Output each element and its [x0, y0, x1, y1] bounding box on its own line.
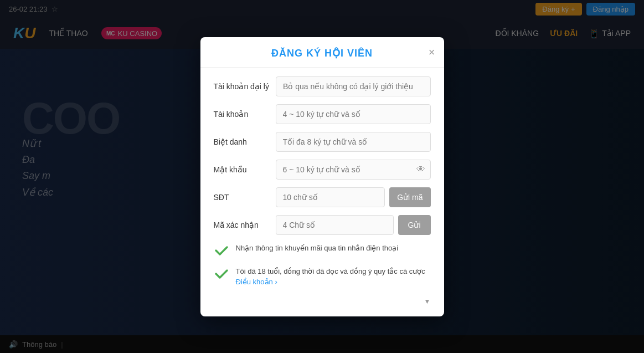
input-ma-xac-nhan[interactable] [276, 215, 394, 235]
checkbox-khuyen-mai-text: Nhận thông tin khuyến mãi qua tin nhắn đ… [236, 243, 399, 254]
send-code-button[interactable]: Gửi mã [389, 187, 430, 207]
input-tai-khoan[interactable] [276, 104, 431, 124]
field-tai-khoan: Tài khoản [214, 104, 431, 124]
check-icon-2 [214, 266, 229, 282]
scroll-down-icon: ▼ [424, 298, 431, 305]
label-sdt: SĐT [214, 187, 269, 202]
modal-header: ĐĂNG KÝ HỘI VIÊN × [200, 37, 444, 68]
checkbox-dieu-khoan-text: Tôi đã 18 tuổi, đồng thời đã đọc và đồng… [236, 266, 431, 288]
field-biet-danh: Biệt danh [214, 132, 431, 152]
modal-title: ĐĂNG KÝ HỘI VIÊN [271, 48, 373, 59]
label-biet-danh: Biệt danh [214, 132, 269, 146]
scroll-indicator: ▼ [214, 295, 431, 308]
label-ma-xac-nhan: Mã xác nhận [214, 215, 269, 229]
modal-body[interactable]: Tài khoản đại lý Tài khoản Biệt danh [200, 68, 444, 316]
input-wrap-sdt: Gửi mã [276, 187, 431, 207]
modal-dialog: ĐĂNG KÝ HỘI VIÊN × Tài khoản đại lý Tài … [200, 37, 444, 316]
modal-overlay: ĐĂNG KÝ HỘI VIÊN × Tài khoản đại lý Tài … [0, 0, 644, 353]
input-sdt[interactable] [276, 187, 385, 207]
input-dai-ly[interactable] [276, 76, 431, 96]
input-biet-danh[interactable] [276, 132, 431, 152]
field-dai-ly: Tài khoản đại lý [214, 76, 431, 96]
label-mat-khau: Mật khẩu [214, 160, 269, 174]
dieu-khoan-link[interactable]: Điều khoản [236, 278, 273, 286]
password-toggle-icon[interactable]: 👁 [416, 165, 425, 175]
input-mat-khau[interactable] [276, 160, 431, 180]
label-tai-khoan: Tài khoản [214, 104, 269, 119]
input-wrap-dai-ly [276, 76, 431, 96]
checkbox-khuyen-mai: Nhận thông tin khuyến mãi qua tin nhắn đ… [214, 243, 431, 258]
input-wrap-mat-khau: 👁 [276, 160, 431, 180]
verification-input-row: Gửi [276, 215, 431, 235]
input-wrap-tai-khoan [276, 104, 431, 124]
input-wrap-biet-danh [276, 132, 431, 152]
checkbox-dieu-khoan: Tôi đã 18 tuổi, đồng thời đã đọc và đồng… [214, 266, 431, 288]
send-button[interactable]: Gửi [398, 215, 431, 235]
field-ma-xac-nhan: Mã xác nhận Gửi [214, 215, 431, 235]
check-icon-1 [214, 243, 229, 258]
arrow-icon: › [275, 278, 277, 286]
field-mat-khau: Mật khẩu 👁 [214, 160, 431, 180]
modal-close-button[interactable]: × [429, 47, 435, 58]
input-wrap-ma-xac-nhan: Gửi [276, 215, 431, 235]
label-dai-ly: Tài khoản đại lý [214, 76, 269, 91]
phone-input-row: Gửi mã [276, 187, 431, 207]
field-sdt: SĐT Gửi mã [214, 187, 431, 207]
